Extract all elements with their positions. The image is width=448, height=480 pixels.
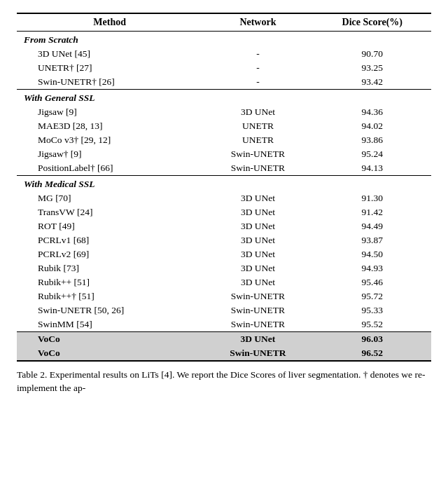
cell-network: - [202,61,313,75]
table-row: PCRLv1 [68]3D UNet93.87 [17,233,431,247]
cell-dice: 94.13 [314,161,431,176]
col-header-dice: Dice Score(%) [314,13,431,32]
cell-network: Swin-UNETR [202,147,313,161]
cell-dice: 91.30 [314,191,431,205]
table-row: Rubik [73]3D UNet94.93 [17,261,431,275]
cell-method: VoCo [17,346,202,361]
table-row: MG [70]3D UNet91.30 [17,191,431,205]
cell-method: PCRLv2 [69] [17,247,202,261]
table-row: PCRLv2 [69]3D UNet94.50 [17,247,431,261]
cell-method: Jigsaw† [9] [17,147,202,161]
cell-dice: 95.33 [314,303,431,317]
table-row: 3D UNet [45]-90.70 [17,47,431,61]
cell-dice: 96.52 [314,346,431,361]
cell-method: TransVW [24] [17,205,202,219]
cell-network: UNETR [202,119,313,133]
cell-dice: 94.02 [314,119,431,133]
table-row: MAE3D [28, 13]UNETR94.02 [17,119,431,133]
cell-method: MG [70] [17,191,202,205]
cell-method: Rubik++ [51] [17,275,202,289]
cell-method: PCRLv1 [68] [17,233,202,247]
cell-dice: 94.49 [314,219,431,233]
table-row: Rubik++ [51]3D UNet95.46 [17,275,431,289]
table-row: SwinMM [54]Swin-UNETR95.52 [17,317,431,332]
cell-dice: 95.52 [314,317,431,332]
cell-network: 3D UNet [202,233,313,247]
section-header: From Scratch [17,32,431,48]
cell-network: 3D UNet [202,332,313,347]
cell-network: 3D UNet [202,105,313,119]
cell-dice: 94.50 [314,247,431,261]
cell-dice: 96.03 [314,332,431,347]
cell-network: Swin-UNETR [202,289,313,303]
cell-dice: 95.46 [314,275,431,289]
table-row: Jigsaw† [9]Swin-UNETR95.24 [17,147,431,161]
table-caption: Table 2. Experimental results on LiTs [4… [17,369,431,395]
cell-method: 3D UNet [45] [17,47,202,61]
cell-method: Rubik [73] [17,261,202,275]
cell-method: PositionLabel† [66] [17,161,202,176]
table-row: PositionLabel† [66]Swin-UNETR94.13 [17,161,431,176]
col-header-network: Network [202,13,313,32]
cell-method: Rubik++† [51] [17,289,202,303]
cell-network: 3D UNet [202,247,313,261]
cell-dice: 93.86 [314,133,431,147]
table-row: Swin-UNETR† [26]-93.42 [17,75,431,90]
section-label: With Medical SSL [17,176,431,192]
cell-method: MoCo v3† [29, 12] [17,133,202,147]
cell-dice: 93.42 [314,75,431,90]
cell-network: - [202,47,313,61]
cell-method: Swin-UNETR [50, 26] [17,303,202,317]
results-table: Method Network Dice Score(%) From Scratc… [17,13,431,362]
cell-network: Swin-UNETR [202,303,313,317]
cell-network: 3D UNet [202,205,313,219]
table-row: Jigsaw [9]3D UNet94.36 [17,105,431,119]
table-row: ROT [49]3D UNet94.49 [17,219,431,233]
table-row: TransVW [24]3D UNet91.42 [17,205,431,219]
highlight-row: VoCoSwin-UNETR96.52 [17,346,431,361]
table-row: Rubik++† [51]Swin-UNETR95.72 [17,289,431,303]
cell-method: ROT [49] [17,219,202,233]
cell-dice: 93.87 [314,233,431,247]
cell-network: 3D UNet [202,275,313,289]
section-header: With General SSL [17,90,431,106]
cell-network: Swin-UNETR [202,317,313,332]
cell-method: UNETR† [27] [17,61,202,75]
cell-network: 3D UNet [202,219,313,233]
cell-dice: 91.42 [314,205,431,219]
cell-method: Jigsaw [9] [17,105,202,119]
cell-dice: 90.70 [314,47,431,61]
table-container: Method Network Dice Score(%) From Scratc… [17,13,431,362]
cell-method: MAE3D [28, 13] [17,119,202,133]
table-row: UNETR† [27]-93.25 [17,61,431,75]
cell-dice: 94.36 [314,105,431,119]
col-header-method: Method [17,13,202,32]
cell-method: Swin-UNETR† [26] [17,75,202,90]
cell-network: Swin-UNETR [202,161,313,176]
cell-dice: 95.72 [314,289,431,303]
section-label: With General SSL [17,90,431,106]
cell-dice: 94.93 [314,261,431,275]
table-row: MoCo v3† [29, 12]UNETR93.86 [17,133,431,147]
cell-network: Swin-UNETR [202,346,313,361]
section-label: From Scratch [17,32,431,48]
cell-method: SwinMM [54] [17,317,202,332]
cell-network: - [202,75,313,90]
cell-network: 3D UNet [202,261,313,275]
cell-network: 3D UNet [202,191,313,205]
cell-method: VoCo [17,332,202,347]
section-header: With Medical SSL [17,176,431,192]
cell-dice: 93.25 [314,61,431,75]
table-row: Swin-UNETR [50, 26]Swin-UNETR95.33 [17,303,431,317]
cell-network: UNETR [202,133,313,147]
highlight-row: VoCo3D UNet96.03 [17,332,431,347]
cell-dice: 95.24 [314,147,431,161]
